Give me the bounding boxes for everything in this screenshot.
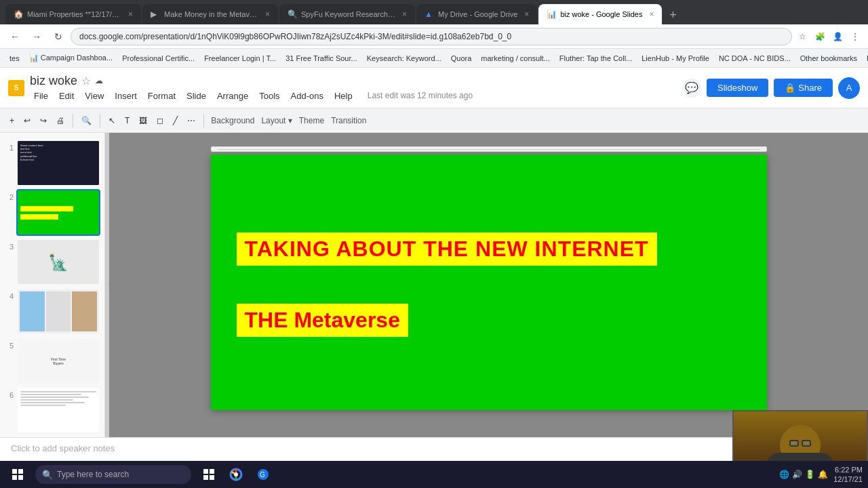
bookmark-ncdoa[interactable]: NC DOA - NC BIDS... bbox=[715, 53, 795, 64]
tab-close-slides[interactable]: × bbox=[649, 9, 654, 19]
menu-view[interactable]: View bbox=[81, 89, 108, 102]
tab-metaverse[interactable]: ▶ Make Money in the Metaverse ( × bbox=[142, 4, 278, 24]
slide-num-2: 2 bbox=[5, 193, 14, 201]
bookmark-lienhub[interactable]: LienHub - My Profile bbox=[637, 53, 713, 64]
tab-close-drive[interactable]: × bbox=[524, 9, 529, 19]
chrome-actions: ☆ 🧩 👤 ⋮ bbox=[795, 29, 863, 44]
network-icon[interactable]: 🌐 bbox=[779, 470, 789, 479]
profile-icon[interactable]: 👤 bbox=[830, 29, 845, 44]
new-tab-button[interactable]: + bbox=[663, 5, 682, 24]
menu-insert[interactable]: Insert bbox=[111, 89, 141, 102]
bookmark-icon[interactable]: ☆ bbox=[795, 29, 810, 44]
taskbar-chrome-icon[interactable] bbox=[224, 462, 248, 487]
reload-button[interactable]: ↻ bbox=[49, 27, 68, 46]
taskbar-right: 🌐 🔊 🔋 🔔 6:22 PM 12/17/21 bbox=[779, 465, 863, 485]
menu-slide[interactable]: Slide bbox=[182, 89, 210, 102]
bookmark-quora[interactable]: Quora bbox=[447, 53, 476, 64]
menu-addons[interactable]: Add-ons bbox=[287, 89, 328, 102]
tab-close-metaverse[interactable]: × bbox=[265, 9, 270, 19]
taskbar-app3-icon[interactable]: G bbox=[251, 462, 275, 487]
slide-canvas[interactable]: TAKING ABOUT THE NEW INTERNET THE Metave… bbox=[211, 155, 767, 410]
svg-text:G: G bbox=[260, 471, 265, 479]
bookmark-fluther[interactable]: Fluther: Tap the Coll... bbox=[555, 53, 636, 64]
start-button[interactable] bbox=[5, 462, 30, 487]
slide-num-4: 4 bbox=[5, 292, 14, 300]
windows-icon bbox=[12, 469, 23, 480]
comments-button[interactable]: 💬 bbox=[682, 79, 701, 98]
slideshow-button[interactable]: Slideshow bbox=[707, 79, 768, 97]
slide-canvas-area: TAKING ABOUT THE NEW INTERNET THE Metave… bbox=[109, 133, 868, 437]
slides-doc-title[interactable]: biz woke bbox=[30, 74, 77, 88]
tab-drive[interactable]: ▲ My Drive - Google Drive × bbox=[416, 4, 537, 24]
toolbar-cursor-btn[interactable]: ↖ bbox=[104, 113, 119, 128]
toolbar-line-btn[interactable]: ╱ bbox=[169, 113, 182, 128]
taskbar-search[interactable]: 🔍 Type here to search bbox=[35, 465, 191, 484]
tab-slides[interactable]: 📊 biz woke - Google Slides × bbox=[538, 4, 662, 24]
toolbar-add-btn[interactable]: + bbox=[5, 113, 18, 128]
last-edit-text: Last edit was 12 minutes ago bbox=[368, 91, 473, 100]
bookmark-reading[interactable]: Reading list bbox=[863, 53, 868, 64]
bookmark-keysearch[interactable]: Keysearch: Keyword... bbox=[363, 53, 446, 64]
toolbar-undo-btn[interactable]: ↩ bbox=[20, 113, 35, 128]
slide-thumb-1[interactable]: 1 Some content heretext linemore textadd… bbox=[0, 138, 104, 188]
menu-icon[interactable]: ⋮ bbox=[848, 29, 863, 44]
slides-logo-icon: S bbox=[8, 80, 24, 96]
toolbar-sep-2 bbox=[100, 114, 100, 127]
tab-close-miami[interactable]: × bbox=[128, 9, 133, 19]
toolbar-more-btn[interactable]: ⋯ bbox=[183, 113, 199, 128]
back-button[interactable]: ← bbox=[5, 27, 24, 46]
toolbar-print-btn[interactable]: 🖨 bbox=[52, 113, 68, 128]
battery-icon[interactable]: 🔋 bbox=[805, 470, 815, 479]
toolbar-text-btn[interactable]: T bbox=[121, 113, 134, 128]
slide-thumb-6[interactable]: 6 bbox=[0, 386, 104, 435]
toolbar-zoom-btn[interactable]: 🔍 bbox=[77, 113, 96, 128]
tab-miami[interactable]: 🏠 Miami Properties **12/17/21** × bbox=[5, 4, 141, 24]
menu-file[interactable]: File bbox=[30, 89, 52, 102]
tab-close-spyfu[interactable]: × bbox=[402, 9, 407, 19]
bookmark-marketing[interactable]: marketing / consult... bbox=[477, 53, 554, 64]
address-input[interactable] bbox=[71, 28, 792, 45]
slide-thumb-3[interactable]: 3 🗽 bbox=[0, 237, 104, 287]
bookmark-campaign[interactable]: 📊 Campaign Dashboa... bbox=[25, 52, 117, 64]
share-button[interactable]: 🔒 Share bbox=[774, 79, 833, 97]
menu-arrange[interactable]: Arrange bbox=[213, 89, 252, 102]
bookmark-traffic[interactable]: 31 Free Traffic Sour... bbox=[281, 53, 361, 64]
forward-button[interactable]: → bbox=[27, 27, 46, 46]
slide-num-3: 3 bbox=[5, 243, 14, 251]
extensions-icon[interactable]: 🧩 bbox=[812, 29, 827, 44]
toolbar-image-btn[interactable]: 🖼 bbox=[135, 113, 151, 128]
bookmark-freelancer[interactable]: Freelancer Login | T... bbox=[200, 53, 280, 64]
slide-thumb-4[interactable]: 4 bbox=[0, 287, 104, 336]
toolbar-layout-btn[interactable]: Layout ▾ bbox=[258, 115, 294, 127]
bookmark-cert[interactable]: Professional Certific... bbox=[118, 53, 199, 64]
slide-thumb-preview-1: Some content heretext linemore textaddit… bbox=[18, 141, 99, 185]
slide-num-1: 1 bbox=[5, 144, 14, 152]
bookmark-other[interactable]: Other bookmarks bbox=[796, 53, 861, 64]
toolbar-redo-btn[interactable]: ↪ bbox=[36, 113, 51, 128]
slide-thumb-preview-4 bbox=[18, 289, 99, 333]
toolbar: + ↩ ↪ 🖨 🔍 ↖ T 🖼 ◻ ╱ ⋯ Background Layout … bbox=[0, 108, 868, 133]
slide-thumb-preview-5: First TimeBuyers bbox=[18, 339, 99, 383]
volume-icon[interactable]: 🔊 bbox=[792, 470, 802, 479]
toolbar-theme-btn[interactable]: Theme bbox=[296, 115, 327, 127]
menu-edit[interactable]: Edit bbox=[55, 89, 78, 102]
star-icon[interactable]: ☆ bbox=[81, 75, 91, 87]
toolbar-background-btn[interactable]: Background bbox=[208, 115, 257, 127]
slide-thumb-2[interactable]: 2 bbox=[0, 188, 104, 237]
tab-favicon-drive: ▲ bbox=[425, 9, 434, 19]
user-avatar[interactable]: A bbox=[838, 77, 860, 99]
notifications-icon[interactable]: 🔔 bbox=[818, 470, 828, 479]
taskbar-files-icon[interactable] bbox=[197, 462, 221, 487]
clock-date: 12/17/21 bbox=[833, 474, 863, 484]
menu-format[interactable]: Format bbox=[144, 89, 180, 102]
slide-text-box-1[interactable]: TAKING ABOUT THE NEW INTERNET bbox=[237, 232, 657, 266]
toolbar-transition-btn[interactable]: Transition bbox=[328, 115, 369, 127]
slide-thumb-5[interactable]: 5 First TimeBuyers bbox=[0, 336, 104, 386]
toolbar-shapes-btn[interactable]: ◻ bbox=[153, 113, 167, 128]
tab-spyfu[interactable]: 🔍 SpyFu Keyword Research Tools | × bbox=[279, 4, 415, 24]
menu-help[interactable]: Help bbox=[330, 89, 357, 102]
bookmark-tes[interactable]: tes bbox=[5, 53, 24, 64]
menu-tools[interactable]: Tools bbox=[255, 89, 283, 102]
browser-frame: 🏠 Miami Properties **12/17/21** × ▶ Make… bbox=[0, 0, 868, 488]
slide-text-box-2[interactable]: THE Metaverse bbox=[237, 304, 408, 337]
